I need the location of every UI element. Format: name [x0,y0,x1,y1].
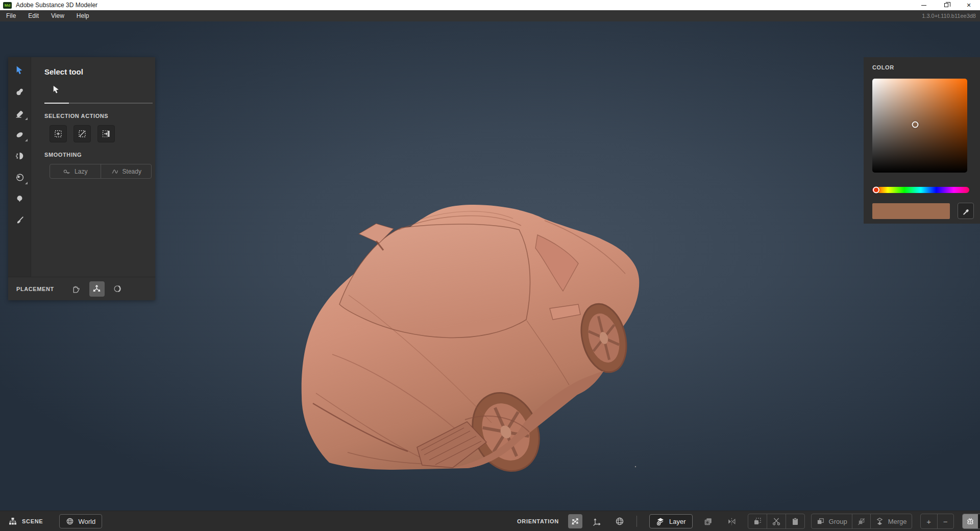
viewport-3d[interactable]: Select tool SELECTION ACTIONS [0,21,980,511]
minimize-icon[interactable] [913,0,935,10]
group-merge-group: Group Merge [811,514,912,529]
clay-tool[interactable] [8,124,31,145]
car-model[interactable] [299,201,641,473]
cut-scissors-icon[interactable] [767,514,786,529]
lazy-smoothing-button[interactable]: Lazy [50,164,101,178]
globe-icon [66,517,74,525]
eyedropper-button[interactable] [958,203,974,219]
free-move-icon[interactable] [568,514,582,528]
tool-strip [8,57,31,277]
select-tool[interactable] [8,59,31,81]
clipboard-group [748,514,805,529]
smoothing-label: SMOOTHING [44,152,155,158]
color-panel-title: COLOR [872,64,980,70]
mirror-visibility-icon[interactable] [978,514,980,529]
eyedropper-icon [962,207,970,215]
duplicate-icon[interactable] [701,514,716,529]
version-string: 1.3.0+t.110.b11ee3d8 [922,13,976,19]
hue-slider-handle[interactable] [873,187,879,194]
restore-icon[interactable] [935,0,958,10]
add-selection-icon[interactable] [50,125,67,142]
flyout-indicator [25,117,28,120]
menu-file[interactable]: File [0,10,22,21]
lazy-label: Lazy [75,168,87,175]
copy-icon[interactable] [748,514,767,529]
zoom-in-button[interactable]: + [921,514,937,529]
paste-clipboard-icon[interactable] [786,514,804,529]
merge-icon [875,517,884,526]
title-bar: Md Adobe Substance 3D Modeler ✕ [0,0,980,10]
scene-label: SCENE [22,518,43,524]
menu-edit[interactable]: Edit [22,10,45,21]
menu-view[interactable]: View [45,10,70,21]
world-label: World [78,518,95,525]
paint-tool[interactable] [8,209,31,231]
zoom-group: + − [920,514,954,529]
tool-panel-title: Select tool [44,67,155,76]
flyout-indicator [25,182,28,184]
steady-label: Steady [122,168,141,175]
app-logo-icon: Md [3,2,12,9]
erase-tool[interactable] [8,102,31,124]
symmetry-toggle-group [962,514,980,529]
orbit-icon[interactable] [110,281,126,297]
current-tool-cursor-icon[interactable] [52,84,155,95]
stamp-tool[interactable] [8,166,31,188]
flyout-indicator [25,139,28,141]
symmetry-butterfly-icon[interactable] [963,514,978,529]
gizmo-icon[interactable] [89,281,105,297]
window-title: Adobe Substance 3D Modeler [16,2,97,9]
tool-panel: Select tool SELECTION ACTIONS [8,57,155,300]
bottom-bar: SCENE World ORIENTATION [0,511,980,531]
menu-help[interactable]: Help [70,10,95,21]
steady-icon [111,167,119,176]
merge-button[interactable]: Merge [870,514,912,529]
axes-icon[interactable] [590,514,605,529]
placement-label: PLACEMENT [16,286,54,292]
extract-selection-icon[interactable] [97,125,115,142]
layer-add-icon [656,517,665,526]
pan-hand-icon[interactable] [68,281,84,297]
close-icon[interactable]: ✕ [958,0,980,10]
hue-slider[interactable] [872,187,969,193]
world-button[interactable]: World [59,514,102,528]
merge-label: Merge [888,518,907,525]
zoom-out-button[interactable]: − [937,514,953,529]
steady-smoothing-button[interactable]: Steady [101,164,152,178]
flip-mirror-icon[interactable] [724,514,740,529]
sv-picker-cursor[interactable] [912,122,918,128]
selection-actions-label: SELECTION ACTIONS [44,113,155,119]
window-controls: ✕ [913,0,980,10]
layer-label: Layer [669,518,686,525]
tool-tab-indicator [44,103,153,104]
orientation-label: ORIENTATION [517,518,559,524]
group-label: Group [829,518,847,525]
lazy-icon [63,167,71,176]
ungroup-icon[interactable] [852,514,870,529]
layer-button[interactable]: Layer [649,514,693,528]
saturation-value-picker[interactable] [872,79,967,173]
divider [636,516,637,527]
globe-icon[interactable] [612,514,627,529]
group-button[interactable]: Group [812,514,852,529]
cut-tool[interactable] [8,145,31,166]
menu-bar: File Edit View Help 1.3.0+t.110.b11ee3d8 [0,10,980,21]
smudge-tool[interactable] [8,81,31,102]
color-panel: COLOR [864,57,980,224]
subtract-selection-icon[interactable] [74,125,91,142]
current-color-swatch[interactable] [872,203,950,219]
placement-section: PLACEMENT [8,277,155,300]
inflate-tool[interactable] [8,188,31,209]
tool-options: Select tool SELECTION ACTIONS [31,57,155,277]
scene-hierarchy-icon [8,517,17,526]
group-icon [816,517,825,526]
